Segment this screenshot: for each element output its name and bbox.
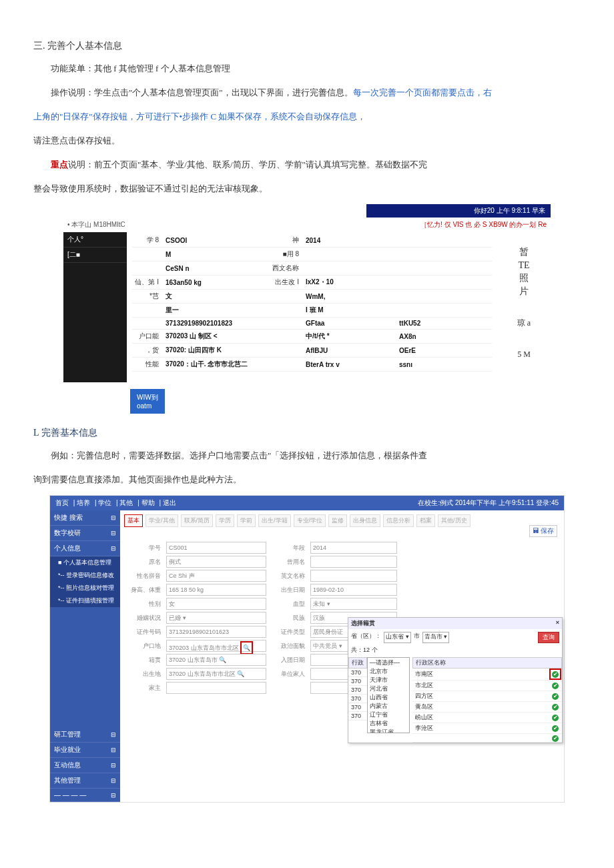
province-option[interactable]: 吉林省 [368, 719, 408, 728]
check-icon[interactable]: ✔ [552, 704, 559, 711]
form-input[interactable] [166, 682, 266, 694]
form-input[interactable]: 37020 山东青岛市市北区 🔍 [166, 668, 266, 680]
province-option[interactable]: —请选择— [368, 659, 408, 667]
sidebar-group[interactable]: 数字校研⊟ [50, 526, 120, 541]
paraL1: 例如：完善信息时，需要选择数据。选择户口地需要点击"「选择按钮，进行添加信息，根… [33, 447, 581, 464]
form-input[interactable]: 165 18 50 kg [166, 584, 266, 596]
sidebar-group[interactable]: 个人信息⊟ [50, 541, 120, 556]
ss1-chip[interactable]: WIW到 oatm [130, 389, 165, 414]
result-row[interactable]: 四方区✔ [412, 691, 562, 702]
ss1-sidebar-a[interactable]: 个人° [63, 232, 127, 248]
tab-0[interactable]: 基本 [124, 514, 143, 527]
form-input[interactable]: CS001 [166, 542, 266, 554]
check-icon[interactable]: ✔ [552, 683, 559, 689]
city-select[interactable]: 青岛市 ▾ [422, 632, 450, 643]
sidebar-group[interactable]: 互动信息⊟ [50, 758, 120, 773]
search-icon[interactable]: 🔍 [240, 641, 253, 655]
tab-10[interactable]: 档案 [416, 514, 435, 527]
province-option[interactable]: 北京市 [368, 667, 408, 676]
form-input[interactable]: 37020 山东青岛市 🔍 [166, 654, 266, 666]
sidebar-sub-item[interactable]: *-- 照片信息核对管理 [50, 582, 120, 594]
code-cell: 370 [348, 712, 367, 721]
form-label: 政治面貌 [272, 642, 305, 650]
province-option[interactable]: 山西省 [368, 693, 408, 702]
province-dropdown[interactable]: —请选择—北京市天津市河北省山西省内蒙古辽宁省吉林省黑龙江省上海市江苏省浙江省安… [367, 657, 410, 733]
menu-item[interactable]: 首页 [55, 499, 69, 506]
ss1-v1: CSOOI [166, 237, 266, 244]
menu-item[interactable]: 学位 [98, 499, 111, 506]
sidebar-group[interactable]: 其他管理⊟ [50, 773, 120, 789]
ss1-v2: I 班 M [306, 306, 359, 315]
ss1-v3: ssnı [399, 361, 439, 368]
province-option[interactable]: 辽宁省 [368, 711, 408, 719]
form-input[interactable]: 已婚 ▾ [166, 612, 266, 624]
tab-2[interactable]: 联系/简历 [181, 514, 214, 527]
form-input[interactable]: 371329198902101623 [166, 626, 266, 638]
select-icon[interactable]: ✔ [549, 669, 561, 680]
result-row[interactable]: 崂山区✔ [412, 713, 562, 723]
result-row[interactable]: 市南区✔ [412, 669, 562, 681]
result-name: 市南区 [412, 669, 549, 679]
ss2-sidebar: 快捷 搜索⊟数字校研⊟个人信息⊟ ■ 个人基本信息管理*-- 登录密码信息修改*… [50, 510, 120, 802]
tab-9[interactable]: 信息分析 [383, 514, 414, 527]
sidebar-group[interactable]: — — — —⊟ [50, 789, 120, 802]
menu-item[interactable]: 帮助 [141, 499, 155, 506]
province-option[interactable]: 河北省 [368, 685, 408, 693]
form-input[interactable]: 例式 [166, 556, 266, 568]
province-option[interactable]: 内蒙古 [368, 702, 408, 711]
close-icon[interactable]: × [556, 619, 559, 628]
chevron-icon: ⊟ [111, 762, 116, 769]
sidebar-sub-item[interactable]: ■ 个人基本信息管理 [50, 556, 120, 569]
chevron-icon: ⊟ [111, 731, 116, 738]
province-select[interactable]: 山东省 ▾ [384, 632, 411, 643]
query-button[interactable]: 查询 [538, 632, 559, 643]
check-icon[interactable]: ✔ [552, 715, 559, 721]
check-icon[interactable]: ✔ [552, 693, 559, 700]
ss1-right-b: 5 M [497, 349, 551, 360]
sidebar-sub-item[interactable]: *-- 证件扫描填报管理 [50, 594, 120, 607]
menu-item[interactable]: 退出 [163, 499, 176, 506]
menu-item[interactable]: 其他 [119, 499, 133, 506]
ss1-sidebar-b[interactable]: [二■ [63, 248, 127, 263]
form-input[interactable] [310, 570, 397, 582]
form-label: 曾用名 [272, 558, 305, 566]
sidebar-sub-item[interactable]: *-- 登录密码信息修改 [50, 569, 120, 582]
ss1-v2: 中/t/代 * [306, 332, 359, 341]
tab-11[interactable]: 其他/历史 [438, 514, 471, 527]
form-input[interactable] [310, 556, 397, 568]
tab-7[interactable]: 监修 [328, 514, 347, 527]
form-label: 出生日期 [272, 586, 305, 594]
form-input[interactable]: Ce Shi 声 [166, 570, 266, 582]
tab-6[interactable]: 专业/学位 [294, 514, 326, 527]
paraL2: 询到需要信息直接添加。其他页面操作也是此种方法。 [33, 471, 581, 488]
form-input[interactable]: 未知 ▾ [310, 598, 397, 610]
save-button[interactable]: 🖬保存 [529, 525, 557, 537]
form-input[interactable]: 370203 山东青岛市市北区 🔍 [166, 640, 266, 652]
tab-3[interactable]: 学历 [216, 514, 234, 527]
result-row[interactable]: ✔ [412, 734, 562, 743]
menu-item[interactable]: 培养 [77, 499, 90, 506]
check-icon[interactable]: ✔ [552, 725, 559, 732]
sidebar-group[interactable]: 研工管理⊟ [50, 727, 120, 743]
result-row[interactable]: 黄岛区✔ [412, 702, 562, 713]
form-label: 身高、体重 [124, 586, 161, 594]
form-input[interactable]: 2014 [310, 542, 397, 554]
form-label: 性名拼音 [124, 572, 161, 580]
result-row[interactable]: 李沧区✔ [412, 723, 562, 734]
tab-5[interactable]: 出生/学籍 [258, 514, 291, 527]
form-label: 单位家人 [272, 670, 305, 679]
form-input[interactable]: 1989-02-10 [310, 584, 397, 596]
sidebar-group[interactable]: 快捷 搜索⊟ [50, 510, 120, 526]
check-icon[interactable]: ✔ [552, 735, 559, 742]
sidebar-group[interactable]: 毕业就业⊟ [50, 743, 120, 758]
para-key: 重点说明：前五个页面"基本、学业/其他、联系/简历、学历、学前"请认真填写完整。… [33, 156, 581, 173]
form-input[interactable]: 女 [166, 598, 266, 610]
tab-1[interactable]: 学业/其他 [145, 514, 178, 527]
tab-4[interactable]: 学前 [237, 514, 256, 527]
tab-8[interactable]: 出身信息 [350, 514, 380, 527]
province-option[interactable]: 天津市 [368, 676, 408, 685]
ss1-v3: OErE [399, 347, 439, 354]
result-row[interactable]: 市北区✔ [412, 681, 562, 691]
province-option[interactable]: 黑龙江省 [368, 728, 408, 733]
save-keyword: 日保存 [63, 111, 89, 121]
